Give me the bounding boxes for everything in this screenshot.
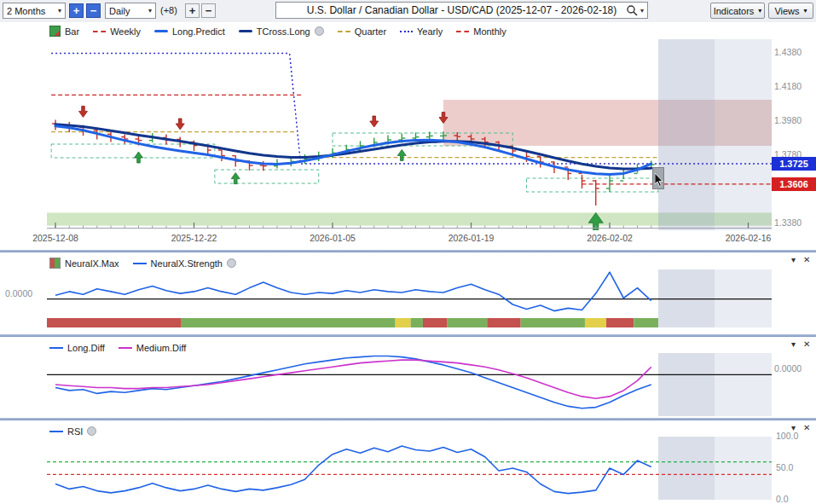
indicators-button-label: Indicators	[714, 6, 755, 16]
bar-icon	[49, 26, 61, 37]
yearly-line-icon	[400, 31, 413, 32]
bar-count-label: (+8)	[160, 5, 177, 15]
legend-label: RSI	[67, 426, 83, 437]
legend-label: Monthly	[473, 26, 506, 37]
range-select-value: 2 Months	[7, 6, 45, 16]
legend-label: Yearly	[417, 26, 443, 37]
legend-label: Medium.Diff	[136, 343, 186, 353]
main-chart-legend: Bar Weekly Long.Predict TCross.Long Quar…	[49, 25, 506, 38]
legend-item-long-predict[interactable]: Long.Predict	[154, 26, 225, 37]
legend-label: Quarter	[355, 26, 386, 37]
rsi-axis-label: 50.0	[776, 462, 793, 472]
main-chart-canvas[interactable]	[47, 39, 772, 230]
neuralx-max-icon	[49, 258, 61, 269]
diff-legend: Long.Diff Medium.Diff	[49, 341, 186, 354]
legend-label: Bar	[65, 26, 79, 37]
info-dot-icon[interactable]	[315, 26, 324, 36]
rsi-line-icon	[49, 431, 63, 432]
rsi-axis-label: 100.0	[776, 431, 798, 441]
neuralx-chart-canvas[interactable]	[47, 269, 772, 327]
long-diff-line-icon	[49, 347, 63, 349]
chevron-down-icon[interactable]: ▾	[640, 7, 644, 14]
tcross-line-icon	[239, 30, 252, 32]
rsi-legend: RSI	[49, 425, 96, 437]
legend-label: TCross.Long	[257, 26, 310, 37]
range-increase-button[interactable]: +	[69, 3, 84, 18]
monthly-line-icon	[456, 31, 469, 32]
range-select[interactable]: 2 Months ▾	[3, 3, 66, 19]
legend-item-quarter[interactable]: Quarter	[338, 26, 386, 37]
x-axis-date-label: 2026-02-02	[576, 233, 644, 243]
legend-label: Weekly	[110, 26, 141, 37]
diff-zero-label: 0.0000	[774, 363, 802, 374]
rsi-axis-label: 0.0	[776, 494, 789, 504]
symbol-title-box[interactable]: U.S. Dollar / Canadian Dollar - USD/CAD …	[275, 2, 648, 19]
range-decrease-button[interactable]: −	[86, 3, 101, 18]
diff-chart-canvas[interactable]	[47, 353, 772, 416]
x-axis-date-label: 2025-12-22	[160, 233, 229, 243]
mouse-cursor	[655, 173, 665, 188]
legend-item-tcross-long[interactable]: TCross.Long	[239, 26, 324, 37]
info-dot-icon[interactable]	[227, 258, 236, 268]
legend-item-neuralx-strength[interactable]: NeuralX.Strength	[133, 258, 236, 269]
legend-label: NeuralX.Max	[65, 258, 119, 269]
period-select-value: Daily	[109, 6, 130, 16]
chevron-down-icon: ▾	[143, 7, 152, 14]
bars-decrease-button[interactable]: −	[201, 3, 216, 18]
close-panel-icon[interactable]: ✕	[803, 423, 810, 432]
x-axis-date-label: 2025-12-08	[21, 233, 90, 243]
trading-app-window: 2 Months ▾ + − Daily ▾ (+8) + − U.S. Dol…	[0, 0, 816, 504]
legend-item-neuralx-max[interactable]: NeuralX.Max	[49, 258, 119, 269]
close-panel-icon[interactable]: ✕	[803, 339, 810, 349]
views-button-label: Views	[774, 6, 799, 16]
chevron-down-icon: ▾	[804, 7, 807, 14]
legend-label: NeuralX.Strength	[151, 258, 223, 269]
x-axis-date-label: 2026-02-16	[715, 233, 783, 243]
collapse-panel-icon[interactable]: ▾	[791, 255, 796, 264]
neuralx-strength-line-icon	[133, 263, 147, 264]
y-axis-label: 1.4380	[774, 47, 802, 57]
collapse-panel-icon[interactable]: ▾	[791, 339, 796, 349]
weekly-line-icon	[93, 31, 106, 32]
info-dot-icon[interactable]	[87, 426, 96, 436]
y-axis-label: 1.3980	[774, 115, 802, 125]
symbol-title: U.S. Dollar / Canadian Dollar - USD/CAD …	[307, 4, 617, 16]
period-select[interactable]: Daily ▾	[105, 3, 156, 19]
indicators-button[interactable]: Indicators ▾	[710, 3, 765, 19]
quarter-line-icon	[338, 31, 350, 32]
legend-label: Long.Diff	[67, 343, 105, 353]
search-icon[interactable]	[626, 4, 638, 16]
chevron-down-icon: ▾	[758, 7, 761, 14]
top-toolbar: 2 Months ▾ + − Daily ▾ (+8) + − U.S. Dol…	[0, 0, 816, 23]
legend-item-long-diff[interactable]: Long.Diff	[49, 343, 105, 353]
y-axis-label: 1.4180	[774, 81, 802, 91]
price-badge: 1.3606	[772, 177, 816, 191]
neuralx-legend: NeuralX.Max NeuralX.Strength	[49, 257, 236, 269]
bars-increase-button[interactable]: +	[185, 3, 200, 18]
legend-item-rsi[interactable]: RSI	[49, 426, 96, 437]
legend-item-bar[interactable]: Bar	[49, 26, 79, 37]
legend-label: Long.Predict	[172, 26, 225, 37]
y-axis-label: 1.3380	[774, 217, 802, 228]
neuralx-panel-controls: ▾ ✕	[791, 255, 810, 264]
legend-item-medium-diff[interactable]: Medium.Diff	[119, 343, 186, 353]
chevron-down-icon: ▾	[53, 7, 61, 14]
neuralx-zero-label: 0.0000	[5, 288, 32, 298]
views-button[interactable]: Views ▾	[768, 3, 813, 19]
close-panel-icon[interactable]: ✕	[803, 255, 810, 264]
price-badge: 1.3725	[772, 157, 816, 171]
medium-diff-line-icon	[119, 347, 132, 349]
x-axis-date-label: 2026-01-19	[437, 233, 506, 243]
legend-item-yearly[interactable]: Yearly	[400, 26, 443, 37]
rsi-chart-canvas[interactable]	[47, 437, 772, 500]
long-predict-line-icon	[154, 30, 168, 32]
x-axis-date-label: 2026-01-05	[298, 233, 367, 243]
diff-panel-controls: ▾ ✕	[791, 339, 810, 349]
legend-item-weekly[interactable]: Weekly	[93, 26, 141, 37]
legend-item-monthly[interactable]: Monthly	[456, 26, 506, 37]
